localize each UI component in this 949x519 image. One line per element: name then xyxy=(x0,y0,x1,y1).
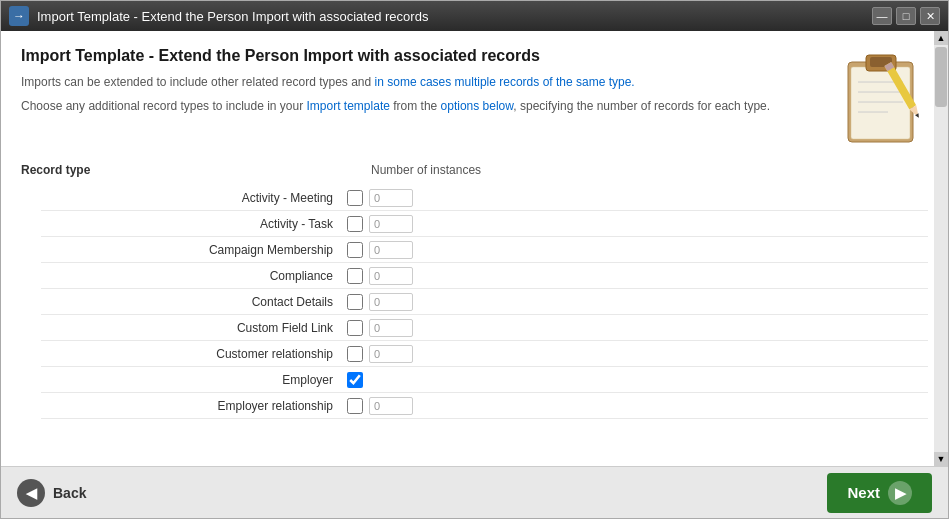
record-row: Compliance xyxy=(41,263,928,289)
back-button[interactable]: ◀ Back xyxy=(17,479,86,507)
next-icon: ▶ xyxy=(888,481,912,505)
record-row: Activity - Meeting xyxy=(41,185,928,211)
record-type-section: Record type Number of instances Activity… xyxy=(21,163,928,419)
record-row: Customer relationship xyxy=(41,341,928,367)
back-icon: ◀ xyxy=(17,479,45,507)
scrollbar[interactable]: ▲ ▼ xyxy=(934,31,948,466)
activity-task-checkbox[interactable] xyxy=(347,216,363,232)
record-label: Activity - Task xyxy=(41,217,341,231)
description-2: Choose any additional record types to in… xyxy=(21,97,818,115)
record-row: Activity - Task xyxy=(41,211,928,237)
maximize-button[interactable]: □ xyxy=(896,7,916,25)
employer-checkbox[interactable] xyxy=(347,372,363,388)
main-content: Import Template - Extend the Person Impo… xyxy=(1,31,948,466)
record-row: Campaign Membership xyxy=(41,237,928,263)
app-icon: → xyxy=(9,6,29,26)
scroll-up-button[interactable]: ▲ xyxy=(934,31,948,45)
window-controls: — □ ✕ xyxy=(872,7,940,25)
record-type-header: Record type xyxy=(21,163,361,177)
campaign-membership-input[interactable] xyxy=(369,241,413,259)
minimize-button[interactable]: — xyxy=(872,7,892,25)
record-rows: Activity - Meeting Activity - Task Campa… xyxy=(41,185,928,419)
activity-meeting-checkbox[interactable] xyxy=(347,190,363,206)
close-button[interactable]: ✕ xyxy=(920,7,940,25)
custom-field-link-input[interactable] xyxy=(369,319,413,337)
scroll-thumb[interactable] xyxy=(935,47,947,107)
page-title: Import Template - Extend the Person Impo… xyxy=(21,47,818,65)
record-label: Custom Field Link xyxy=(41,321,341,335)
customer-relationship-checkbox[interactable] xyxy=(347,346,363,362)
header-text: Import Template - Extend the Person Impo… xyxy=(21,47,838,121)
next-label: Next xyxy=(847,484,880,501)
activity-task-input[interactable] xyxy=(369,215,413,233)
record-row: Custom Field Link xyxy=(41,315,928,341)
next-button[interactable]: Next ▶ xyxy=(827,473,932,513)
scroll-down-button[interactable]: ▼ xyxy=(934,452,948,466)
record-row: Employer xyxy=(41,367,928,393)
contact-details-checkbox[interactable] xyxy=(347,294,363,310)
svg-rect-1 xyxy=(851,67,910,139)
column-headers: Record type Number of instances xyxy=(21,163,928,177)
clipboard-icon xyxy=(838,47,928,147)
record-label: Compliance xyxy=(41,269,341,283)
custom-field-link-checkbox[interactable] xyxy=(347,320,363,336)
scroll-track xyxy=(934,45,948,452)
record-row: Contact Details xyxy=(41,289,928,315)
main-window: → Import Template - Extend the Person Im… xyxy=(0,0,949,519)
compliance-input[interactable] xyxy=(369,267,413,285)
employer-relationship-checkbox[interactable] xyxy=(347,398,363,414)
employer-relationship-input[interactable] xyxy=(369,397,413,415)
record-row: Employer relationship xyxy=(41,393,928,419)
header-section: Import Template - Extend the Person Impo… xyxy=(21,47,928,147)
footer-bar: ◀ Back Next ▶ xyxy=(1,466,948,518)
back-label: Back xyxy=(53,485,86,501)
record-label: Contact Details xyxy=(41,295,341,309)
record-label: Activity - Meeting xyxy=(41,191,341,205)
contact-details-input[interactable] xyxy=(369,293,413,311)
title-bar: → Import Template - Extend the Person Im… xyxy=(1,1,948,31)
customer-relationship-input[interactable] xyxy=(369,345,413,363)
instances-header: Number of instances xyxy=(371,163,481,177)
content-area: Import Template - Extend the Person Impo… xyxy=(1,31,948,518)
activity-meeting-input[interactable] xyxy=(369,189,413,207)
compliance-checkbox[interactable] xyxy=(347,268,363,284)
window-title: Import Template - Extend the Person Impo… xyxy=(37,9,872,24)
record-label: Customer relationship xyxy=(41,347,341,361)
record-label: Campaign Membership xyxy=(41,243,341,257)
record-label: Employer relationship xyxy=(41,399,341,413)
record-label: Employer xyxy=(41,373,341,387)
campaign-membership-checkbox[interactable] xyxy=(347,242,363,258)
description-1: Imports can be extended to include other… xyxy=(21,73,818,91)
